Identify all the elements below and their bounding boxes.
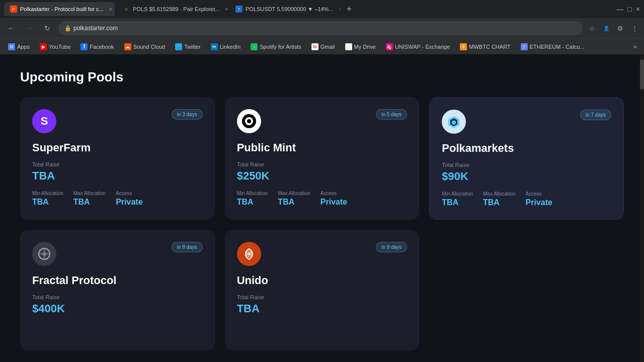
bookmark-mwbtc[interactable]: ₿ MWBTC CHART <box>456 42 514 52</box>
fractal-raise-label: Total Raise <box>32 294 203 300</box>
scrollbar[interactable] <box>640 54 644 362</box>
superfarm-logo: S <box>32 109 56 133</box>
bookmark-youtube[interactable]: ▶ YouTube <box>36 42 74 52</box>
scrollbar-thumb[interactable] <box>640 59 644 89</box>
uniswap-icon: 🦄 <box>386 43 393 50</box>
page-title: Upcoming Pools <box>20 69 624 85</box>
publicmint-min-label: Min Allocation <box>237 191 268 196</box>
tab-dexscreener[interactable]: D POLS $5.6152989 - Pair Explorer... × <box>117 2 227 16</box>
card-header-unido: in 9 days <box>237 242 408 266</box>
publicmint-raise-label: Total Raise <box>237 161 408 167</box>
superfarm-access-value: Private <box>116 198 142 207</box>
unido-logo <box>237 242 261 266</box>
polkamarkets-name: Polkamarkets <box>442 142 611 155</box>
superfarm-min-value: TBA <box>32 198 63 207</box>
bookmark-ethereum[interactable]: Ξ ETHEREUM - Calcu... <box>517 42 589 52</box>
card-header-polkamarkets: in 7 days <box>442 110 611 134</box>
address-text: polkastarter.com <box>73 25 118 32</box>
superfarm-raise-label: Total Raise <box>32 161 203 167</box>
bookmark-uniswap[interactable]: 🦄 UNISWAP - Exchange <box>382 42 454 52</box>
fractal-name: Fractal Protocol <box>32 274 203 287</box>
bookmark-linkedin[interactable]: in LinkedIn <box>207 42 245 52</box>
pool-card-fractal[interactable]: in 8 days Fractal Protocol Total Raise $… <box>20 230 215 350</box>
tab-polkastarter[interactable]: P Polkastarter - Protocol built for c...… <box>4 2 115 16</box>
bookmark-gmail[interactable]: M Gmail <box>307 42 339 52</box>
pool-card-polkamarkets[interactable]: in 7 days Polkamarkets Total Raise $90K … <box>429 97 624 220</box>
fractal-logo <box>32 242 56 266</box>
window-controls: — □ × <box>616 5 640 13</box>
bookmarks-bar: ⚙ Apps ▶ YouTube f Facebook ☁ Sound Clou… <box>0 38 644 54</box>
browser-chrome: P Polkastarter - Protocol built for c...… <box>0 0 644 54</box>
pool-card-unido[interactable]: in 9 days Unido Total Raise TBA <box>225 230 420 350</box>
tab-close-2[interactable]: × <box>222 5 227 13</box>
soundcloud-icon: ☁ <box>124 43 131 50</box>
polkamarkets-access-value: Private <box>526 198 552 207</box>
publicmint-allocation-row: Min Allocation TBA Max Allocation TBA Ac… <box>237 191 408 207</box>
publicmint-max-label: Max Allocation <box>278 191 310 196</box>
polkamarkets-min-label: Min Allocation <box>442 191 473 197</box>
svg-point-8 <box>248 252 251 255</box>
forward-button[interactable]: → <box>22 21 36 35</box>
minimize-button[interactable]: — <box>616 5 623 13</box>
profile-icon[interactable]: 👤 <box>601 23 612 34</box>
polkamarkets-days-badge: in 7 days <box>580 110 611 120</box>
tab-tradingview[interactable]: T POLSUSDT 5.59000000 ▼ –14%... × <box>229 2 340 16</box>
new-tab-button[interactable]: + <box>342 2 356 16</box>
superfarm-max-alloc: Max Allocation TBA <box>73 191 106 207</box>
unido-name: Unido <box>237 274 408 287</box>
extensions-icon[interactable]: ⚙ <box>615 23 626 34</box>
bookmark-ethereum-label: ETHEREUM - Calcu... <box>530 44 585 50</box>
bookmark-soundcloud[interactable]: ☁ Sound Cloud <box>120 42 170 52</box>
publicmint-logo <box>237 109 261 133</box>
spotify-icon: ♪ <box>251 43 258 50</box>
close-button[interactable]: × <box>636 5 640 13</box>
publicmint-days-badge: in 5 days <box>376 109 407 120</box>
superfarm-raise-value: TBA <box>32 169 203 183</box>
polkamarkets-raise-value: $90K <box>442 170 611 183</box>
tab-label-1: Polkastarter - Protocol built for c... <box>20 6 104 12</box>
superfarm-name: SuperFarm <box>32 141 203 154</box>
superfarm-min-label: Min Allocation <box>32 191 63 196</box>
unido-days-badge: in 9 days <box>376 242 407 252</box>
twitter-icon: 🐦 <box>175 43 182 50</box>
bookmark-apps[interactable]: ⚙ Apps <box>4 42 34 52</box>
polkamarkets-raise-label: Total Raise <box>442 162 611 168</box>
address-input[interactable]: 🔒 polkastarter.com <box>58 21 583 35</box>
bookmark-spotify-label: Spotify for Artists <box>260 44 301 50</box>
back-button[interactable]: ← <box>4 21 18 35</box>
fractal-raise-value: $400K <box>32 302 203 315</box>
tab-close-3[interactable]: × <box>337 5 340 13</box>
address-icons: ☆ 👤 ⚙ ⋮ <box>587 23 640 34</box>
menu-icon[interactable]: ⋮ <box>629 23 640 34</box>
tab-label-2: POLS $5.6152989 - Pair Explorer... <box>133 6 219 12</box>
card-header-publicmint: in 5 days <box>237 109 408 133</box>
superfarm-max-label: Max Allocation <box>73 191 106 196</box>
superfarm-access: Access Private <box>116 191 142 207</box>
maximize-button[interactable]: □ <box>627 5 631 13</box>
bookmark-star-icon[interactable]: ☆ <box>587 23 598 34</box>
polkamarkets-min-value: TBA <box>442 198 473 207</box>
bookmark-spotify[interactable]: ♪ Spotify for Artists <box>247 42 305 52</box>
publicmint-access: Access Private <box>320 191 347 207</box>
bookmark-mwbtc-label: MWBTC CHART <box>469 44 510 50</box>
bookmark-drive[interactable]: △ My Drive <box>341 42 380 52</box>
superfarm-min-alloc: Min Allocation TBA <box>32 191 63 207</box>
polkamarkets-max-label: Max Allocation <box>483 191 515 197</box>
polkamarkets-access: Access Private <box>526 191 552 207</box>
reload-button[interactable]: ↻ <box>40 21 54 35</box>
publicmint-name: Public Mint <box>237 141 408 154</box>
ethereum-icon: Ξ <box>521 43 528 50</box>
tab-label-3: POLSUSDT 5.59000000 ▼ –14%... <box>246 6 334 12</box>
tab-close-1[interactable]: × <box>107 5 115 13</box>
pool-card-superfarm[interactable]: S in 3 days SuperFarm Total Raise TBA Mi… <box>20 97 215 220</box>
bookmark-facebook[interactable]: f Facebook <box>76 42 118 52</box>
polkamarkets-logo <box>442 110 466 134</box>
bookmark-twitter[interactable]: 🐦 Twitter <box>171 42 204 52</box>
bookmark-youtube-label: YouTube <box>49 44 70 50</box>
pool-card-publicmint[interactable]: in 5 days Public Mint Total Raise $250K … <box>225 97 420 220</box>
bookmark-twitter-label: Twitter <box>184 44 200 50</box>
bookmark-uniswap-label: UNISWAP - Exchange <box>395 44 450 50</box>
pools-grid: S in 3 days SuperFarm Total Raise TBA Mi… <box>20 97 624 350</box>
bookmarks-more-button[interactable]: » <box>630 41 640 52</box>
publicmint-min-alloc: Min Allocation TBA <box>237 191 268 207</box>
